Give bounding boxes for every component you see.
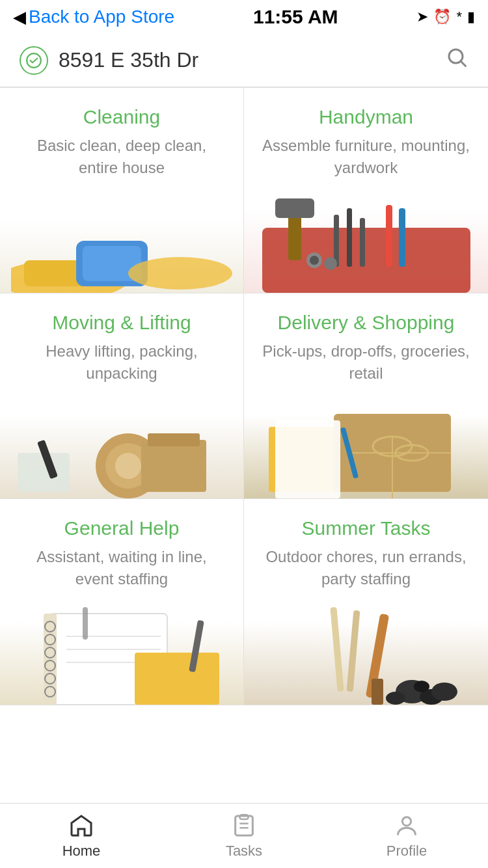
svg-rect-49 xyxy=(372,679,383,705)
handyman-title: Handyman xyxy=(260,106,472,128)
svg-point-21 xyxy=(115,453,141,479)
moving-cell[interactable]: Moving & Lifting Heavy lifting, packing,… xyxy=(0,293,244,499)
tab-profile-label: Profile xyxy=(386,843,427,860)
svg-rect-15 xyxy=(399,208,405,267)
location-bar[interactable]: 8591 E 35th Dr xyxy=(0,34,488,87)
status-icons: ➤ ⏰ * ▮ xyxy=(416,8,475,25)
location-left: 8591 E 35th Dr xyxy=(20,46,198,75)
moving-image xyxy=(0,394,243,498)
clock-icon: ⏰ xyxy=(433,8,451,25)
summer-image xyxy=(244,601,488,705)
svg-rect-13 xyxy=(360,218,365,267)
handyman-image xyxy=(244,189,488,293)
summer-desc: Outdoor chores, run errands, party staff… xyxy=(260,546,472,590)
svg-point-56 xyxy=(414,681,429,692)
service-grid: Cleaning Basic clean, deep clean, entire… xyxy=(0,87,488,705)
status-time: 11:55 AM xyxy=(253,6,338,28)
tab-tasks-label: Tasks xyxy=(226,843,262,860)
handyman-desc: Assemble furniture, mounting, yardwork xyxy=(260,135,472,178)
back-label[interactable]: Back to App Store xyxy=(29,7,174,27)
svg-rect-58 xyxy=(239,815,248,819)
svg-point-55 xyxy=(431,683,457,701)
search-icon[interactable] xyxy=(445,46,468,75)
back-arrow-icon: ◀ xyxy=(13,7,26,27)
tab-bar: Home Tasks Profile xyxy=(0,803,488,868)
svg-point-18 xyxy=(324,257,337,270)
summer-cell[interactable]: Summer Tasks Outdoor chores, run errands… xyxy=(244,499,488,705)
svg-rect-14 xyxy=(386,205,392,267)
delivery-image xyxy=(244,394,488,498)
status-back[interactable]: ◀ Back to App Store xyxy=(13,7,174,27)
cleaning-text: Cleaning Basic clean, deep clean, entire… xyxy=(0,88,243,189)
moving-desc: Heavy lifting, packing, unpacking xyxy=(16,340,228,384)
general-text: General Help Assistant, waiting in line,… xyxy=(0,499,243,600)
status-bar: ◀ Back to App Store 11:55 AM ➤ ⏰ * ▮ xyxy=(0,0,488,34)
cleaning-cell[interactable]: Cleaning Basic clean, deep clean, entire… xyxy=(0,88,244,293)
handyman-cell[interactable]: Handyman Assemble furniture, mounting, y… xyxy=(244,88,488,293)
delivery-desc: Pick-ups, drop-offs, groceries, retail xyxy=(260,340,472,384)
tab-profile[interactable]: Profile xyxy=(325,813,488,860)
summer-title: Summer Tasks xyxy=(260,517,472,539)
general-image xyxy=(0,601,243,705)
tab-home[interactable]: Home xyxy=(0,813,163,860)
svg-point-61 xyxy=(402,817,411,825)
cleaning-image xyxy=(0,189,243,293)
moving-text: Moving & Lifting Heavy lifting, packing,… xyxy=(0,293,243,394)
handyman-text: Handyman Assemble furniture, mounting, y… xyxy=(244,88,488,189)
moving-title: Moving & Lifting xyxy=(16,312,228,334)
svg-rect-22 xyxy=(141,440,206,492)
tab-tasks[interactable]: Tasks xyxy=(163,813,325,860)
svg-point-17 xyxy=(310,256,319,265)
general-title: General Help xyxy=(16,517,228,539)
svg-rect-51 xyxy=(346,610,360,691)
bluetooth-icon: * xyxy=(456,8,462,25)
cleaning-title: Cleaning xyxy=(16,106,228,128)
cleaning-desc: Basic clean, deep clean, entire house xyxy=(16,135,228,178)
delivery-cell[interactable]: Delivery & Shopping Pick-ups, drop-offs,… xyxy=(244,293,488,499)
battery-icon: ▮ xyxy=(467,8,475,25)
grid-container: Cleaning Basic clean, deep clean, entire… xyxy=(0,87,488,705)
general-desc: Assistant, waiting in line, event staffi… xyxy=(16,546,228,590)
location-arrow-icon: ➤ xyxy=(416,8,428,25)
svg-rect-45 xyxy=(135,653,219,705)
svg-rect-23 xyxy=(148,433,200,446)
summer-text: Summer Tasks Outdoor chores, run errands… xyxy=(244,499,488,600)
svg-point-54 xyxy=(386,692,405,705)
svg-rect-50 xyxy=(330,606,344,691)
address-text: 8591 E 35th Dr xyxy=(59,48,198,72)
svg-rect-12 xyxy=(347,208,352,267)
delivery-text: Delivery & Shopping Pick-ups, drop-offs,… xyxy=(244,293,488,394)
svg-line-2 xyxy=(461,62,466,66)
svg-rect-32 xyxy=(275,420,340,498)
svg-rect-10 xyxy=(275,198,314,218)
general-cell[interactable]: General Help Assistant, waiting in line,… xyxy=(0,499,244,705)
tab-home-label: Home xyxy=(62,843,101,860)
delivery-title: Delivery & Shopping xyxy=(260,312,472,334)
svg-rect-46 xyxy=(83,607,88,640)
svg-point-7 xyxy=(128,257,232,290)
location-check-icon xyxy=(20,46,48,75)
